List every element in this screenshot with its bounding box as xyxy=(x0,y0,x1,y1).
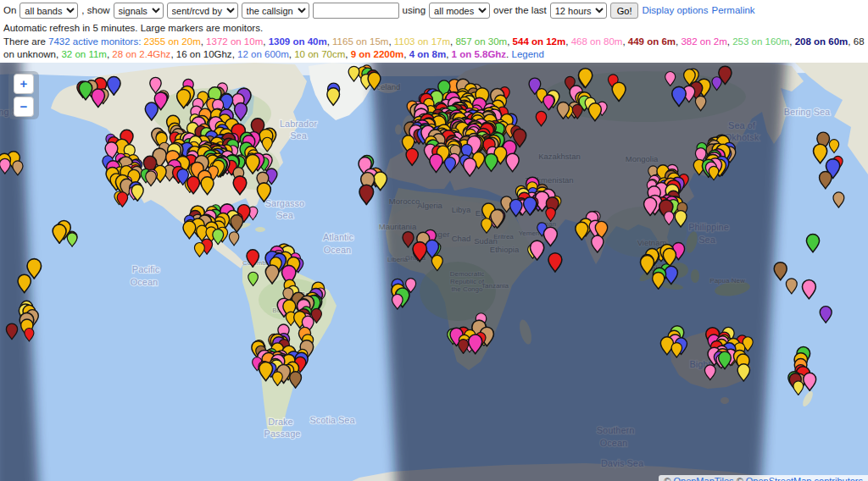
entity-select[interactable]: the callsign xyxy=(242,3,309,19)
band-count: 32 on 11m xyxy=(61,49,107,59)
band-count: 1165 on 15m xyxy=(332,36,388,47)
active-monitors-link[interactable]: 7432 active monitors: xyxy=(48,36,141,47)
openmaptiles-link[interactable]: OpenMapTiles xyxy=(673,476,733,481)
map-attribution: © OpenMapTiles © OpenStreetMap contribut… xyxy=(659,475,868,481)
map-label: Ocean xyxy=(324,245,351,255)
refresh-notice: Automatic refresh in 5 minutes. Large ma… xyxy=(3,22,865,35)
band-count: 16 on 10Ghz xyxy=(176,49,232,59)
openstreetmap-link[interactable]: OpenStreetMap contributors xyxy=(746,476,863,481)
band-count: 449 on 6m xyxy=(628,36,676,47)
permalink-link[interactable]: Permalink xyxy=(711,4,754,17)
legend-link[interactable]: Legend xyxy=(512,49,544,59)
copyright-icon: © xyxy=(737,476,743,481)
stats-prefix: There are xyxy=(3,36,46,47)
map-label: Ocean xyxy=(131,277,158,287)
zoom-in-button[interactable]: + xyxy=(14,74,34,94)
map-label: Sargasso xyxy=(265,198,304,208)
zoom-out-button[interactable]: − xyxy=(14,97,34,117)
map-label: Pacific xyxy=(132,264,160,274)
band-count: 1309 on 40m xyxy=(269,36,327,47)
bands-select[interactable]: all bands xyxy=(19,3,78,19)
band-count: 208 on 60m xyxy=(795,36,849,47)
band-count: 9 on 2200m xyxy=(351,49,404,59)
band-count: 857 on 30m xyxy=(455,36,507,47)
band-count: 382 on 2m xyxy=(681,36,726,47)
map-label: Bering Sea xyxy=(784,107,831,117)
map-label: Sea xyxy=(276,210,293,220)
band-count: 253 on 160m xyxy=(732,36,789,47)
zoom-control: + − xyxy=(8,71,39,119)
header: On all bands , show signals sent/rcvd by… xyxy=(0,0,868,63)
period-select[interactable]: 12 hours xyxy=(550,3,607,19)
map-label: Atlantic xyxy=(323,232,354,242)
callsign-input[interactable] xyxy=(313,3,399,19)
band-count: 10 on 70cm xyxy=(294,49,345,59)
show-select[interactable]: signals xyxy=(114,3,164,19)
query-toolbar: On all bands , show signals sent/rcvd by… xyxy=(3,3,865,19)
monitor-stats: There are 7432 active monitors: 2355 on … xyxy=(3,36,865,61)
band-count: 468 on 80m xyxy=(571,36,623,47)
using-label: using xyxy=(403,4,426,17)
show-label: , show xyxy=(81,4,109,17)
on-label: On xyxy=(3,4,16,17)
display-options-link[interactable]: Display options xyxy=(642,4,708,17)
world-map[interactable]: Bering SeaHudsonBayLabradorSeaSargassoSe… xyxy=(0,63,868,481)
band-count: 1103 on 17m xyxy=(394,36,450,47)
band-count: 12 on 600m xyxy=(237,49,289,59)
band-count: 544 on 12m xyxy=(513,36,566,47)
map-label: Drake xyxy=(268,417,292,427)
map-label: Sea xyxy=(290,130,307,141)
map-label: Scotia Sea xyxy=(309,415,355,425)
direction-select[interactable]: sent/rcvd by xyxy=(167,3,238,19)
over-label: over the last xyxy=(493,4,547,17)
modes-select[interactable]: all modes xyxy=(429,3,490,19)
band-count: 4 on 8m xyxy=(409,49,446,59)
copyright-icon: © xyxy=(664,476,670,481)
band-count: 28 on 2.4Ghz xyxy=(112,49,170,59)
band-count: 1372 on 10m xyxy=(206,36,263,47)
go-button[interactable]: Go! xyxy=(610,3,639,19)
band-count: 2355 on 20m xyxy=(144,36,201,47)
map-label: Labrador xyxy=(280,119,317,129)
band-count: 1 on 5.8Ghz xyxy=(452,49,507,59)
map-label: Passage xyxy=(264,428,301,439)
